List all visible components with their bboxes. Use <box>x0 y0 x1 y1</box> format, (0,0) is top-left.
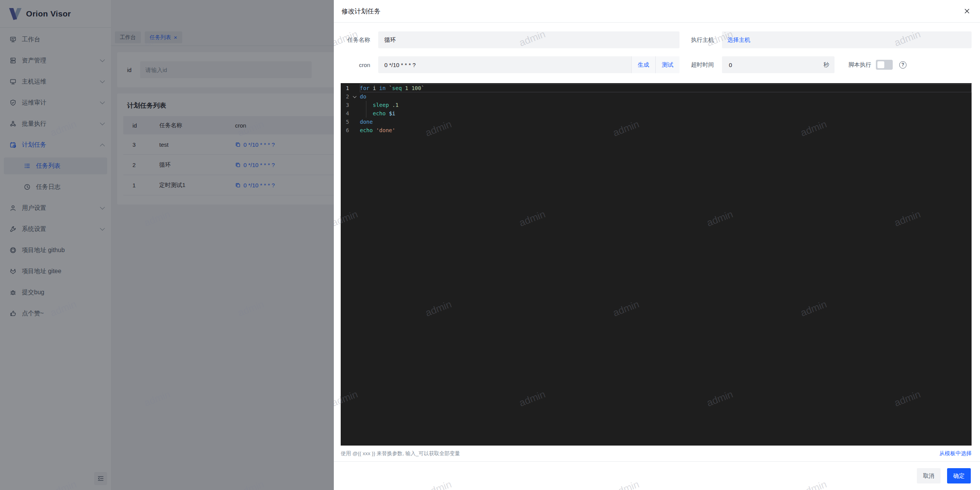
editor-hint-row: 使用 @{{ xxx }} 来替换参数, 输入_可以获取全部变量 从模板中选择 <box>341 446 972 461</box>
fold-gutter <box>349 118 360 126</box>
fold-gutter <box>349 126 360 134</box>
line-number: 6 <box>341 126 349 134</box>
code-line: 5done <box>341 118 972 126</box>
code-line: 2do <box>341 92 972 101</box>
modal-body: 任务名称 执行主机 选择主机 cron 生成 测试 超时时间 <box>334 23 980 461</box>
select-host-link[interactable]: 选择主机 <box>727 36 750 44</box>
line-number: 1 <box>341 84 349 92</box>
template-select-link[interactable]: 从模板中选择 <box>939 450 972 457</box>
code-text: done <box>360 118 972 126</box>
timeout-field: 秒 <box>722 56 835 73</box>
code-text: do <box>360 92 972 101</box>
cron-input-group: 生成 测试 <box>378 56 679 73</box>
line-number: 2 <box>341 92 349 101</box>
code-text: for i in `seq 1 100` <box>360 84 972 92</box>
code-text: echo 'done' <box>360 126 972 134</box>
fold-gutter <box>349 101 360 109</box>
code-text: sleep .1 <box>360 101 972 109</box>
code-editor[interactable]: 1for i in `seq 1 100`2do3 sleep .14 echo… <box>341 83 972 446</box>
edit-task-modal: 修改计划任务 任务名称 执行主机 选择主机 cron <box>334 0 980 490</box>
app-screen: Orion Visor 工作台资产管理主机运维运维审计批量执行计划任务任务列表任… <box>0 0 980 490</box>
line-number: 5 <box>341 118 349 126</box>
confirm-button[interactable]: 确定 <box>947 468 971 483</box>
host-field: 选择主机 <box>722 31 972 48</box>
help-icon: ? <box>899 61 906 69</box>
modal-header: 修改计划任务 <box>334 0 980 23</box>
timeout-input[interactable] <box>722 62 818 68</box>
fold-chevron-icon[interactable] <box>349 92 360 101</box>
cron-test-button[interactable]: 测试 <box>655 56 679 73</box>
cron-label: cron <box>341 62 370 68</box>
task-name-label: 任务名称 <box>341 36 370 44</box>
line-number: 3 <box>341 101 349 109</box>
code-line: 3 sleep .1 <box>341 101 972 109</box>
cancel-button[interactable]: 取消 <box>917 468 941 483</box>
editor-hint: 使用 @{{ xxx }} 来替换参数, 输入_可以获取全部变量 <box>341 450 460 457</box>
timeout-unit: 秒 <box>818 61 835 69</box>
line-number: 4 <box>341 109 349 118</box>
code-line: 4 echo $i <box>341 109 972 118</box>
task-name-input[interactable] <box>378 31 679 48</box>
close-button[interactable] <box>962 6 972 16</box>
modal-title: 修改计划任务 <box>341 7 381 16</box>
timeout-label: 超时时间 <box>685 61 714 69</box>
modal-footer: 取消 确定 <box>334 461 980 490</box>
script-exec-toggle[interactable] <box>876 60 893 70</box>
close-icon <box>964 8 970 14</box>
code-line: 1for i in `seq 1 100` <box>341 84 972 92</box>
code-line: 6echo 'done' <box>341 126 972 134</box>
cron-generate-button[interactable]: 生成 <box>631 56 655 73</box>
script-exec-label: 脚本执行 <box>848 61 871 69</box>
fold-gutter <box>349 109 360 118</box>
code-text: echo $i <box>360 109 972 118</box>
exec-host-label: 执行主机 <box>685 36 714 44</box>
fold-gutter <box>349 84 360 92</box>
cron-input[interactable] <box>378 56 631 73</box>
